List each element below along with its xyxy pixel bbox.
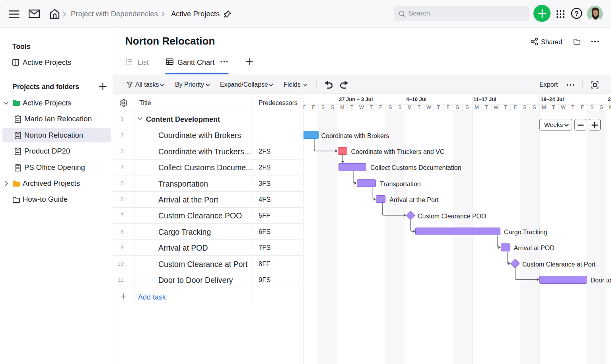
- svg-text:?: ?: [574, 10, 578, 18]
